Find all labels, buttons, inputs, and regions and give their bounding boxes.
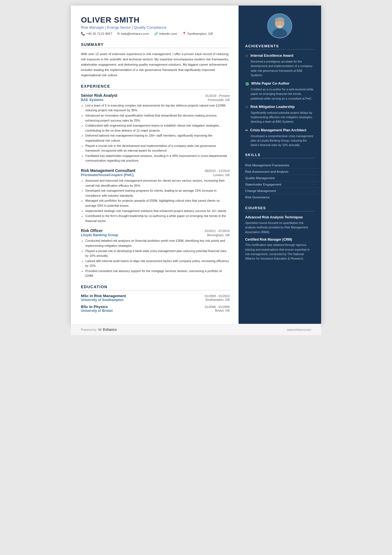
course-2-desc: This certification was obtained through … <box>245 243 314 261</box>
bullet: Introduced an innovative risk quantifica… <box>85 113 230 123</box>
experience-title: EXPERIENCE <box>81 84 230 90</box>
footer: Powered by ∞ Enhancv www.enhancv.com <box>71 324 321 335</box>
job-2-dates: 08/2015 - 12/2018 <box>205 169 230 172</box>
job-1-location: Portsmouth, GB <box>208 98 230 102</box>
candidate-subtitle: Risk Manager | Energy Sector | Quality C… <box>81 25 230 29</box>
phone-contact: 📞 +44 20 7123 4567 <box>81 32 112 36</box>
summary-title: SUMMARY <box>81 42 230 48</box>
linkedin-contact: 🔗 linkedin.com <box>154 32 177 36</box>
svg-point-1 <box>272 28 287 38</box>
course-2-title: Certified Risk Manager (CRM) <box>245 238 314 242</box>
achievement-4-desc: Developed a comprehensive crisis managem… <box>245 134 314 147</box>
job-1-dates: 01/2019 - Present <box>205 94 229 97</box>
job-2-bullets: Assessed and improved risk management pr… <box>81 178 230 223</box>
skill-2: Risk Assessment and Analysis · <box>239 169 321 175</box>
job-2-company: PricewaterhouseCoopers (PwC) <box>81 173 134 177</box>
candidate-name: OLIVER SMITH <box>81 16 230 24</box>
edu-2-location: Bristol, GB <box>215 309 230 313</box>
skills-title: SKILLS <box>245 153 314 158</box>
achievements-section: ACHIEVEMENTS ☆ Internal Excellence Award… <box>239 44 321 147</box>
location-contact: 📍 Southampton, GB <box>182 32 213 36</box>
edu-2-degree: BSc in Physics <box>81 305 108 309</box>
bullet: Provided consistent risk advisory suppor… <box>85 269 230 278</box>
location-icon: 📍 <box>182 32 186 36</box>
bullet: Assessed and improved risk management pr… <box>85 178 230 188</box>
circle-icon: ⬤ <box>245 82 249 86</box>
bullet: Managed risk portfolios for projects upw… <box>85 198 230 208</box>
summary-section: SUMMARY With over 12 years of extensive … <box>81 42 230 78</box>
bullet: Played a pivotal role in developing a ba… <box>85 249 230 258</box>
job-1-bullets: Led a team of 5 in executing complex ris… <box>81 103 230 163</box>
edu-1: MSc in Risk Management 01/2009 - 01/2010… <box>81 294 230 302</box>
linkedin-url: linkedin.com <box>159 32 177 35</box>
achievement-1-title: Internal Excellence Award <box>250 53 293 58</box>
edu-1-dates: 01/2009 - 01/2010 <box>205 294 230 298</box>
education-title: EDUCATION <box>81 285 230 290</box>
job-3: Risk Officer 01/2011 - 07/2015 Lloyds Ba… <box>81 228 230 278</box>
job-2-title: Risk Management Consultant <box>81 168 135 173</box>
skill-3: Quality Management · <box>239 175 321 181</box>
course-1: Advanced Risk Analysis Techniques Specia… <box>239 215 321 234</box>
bullet: Developed risk management training progr… <box>85 188 230 198</box>
location-text: Southampton, GB <box>187 32 213 35</box>
bullet: Facilitated key stakeholder engagement s… <box>85 154 230 163</box>
email-icon: ✉ <box>117 32 120 36</box>
star-icon-1: ☆ <box>245 54 249 58</box>
skills-section: SKILLS Risk Management Frameworks · Risk… <box>239 153 321 200</box>
edu-1-degree: MSc in Risk Management <box>81 294 126 298</box>
job-3-bullets: Conducted detailed risk analyses on fina… <box>81 238 230 278</box>
achievement-3: ☆ Risk Mitigation Leadership Significant… <box>239 105 321 124</box>
achievement-1-desc: Received a prestigious accolade for the … <box>245 59 314 77</box>
right-column: ACHIEVEMENTS ☆ Internal Excellence Award… <box>239 6 321 324</box>
edu-2-dates: 01/2006 - 01/2009 <box>205 305 230 309</box>
edu-2: BSc in Physics 01/2006 - 01/2009 Univers… <box>81 305 230 313</box>
bullet: Delivered tailored risk management train… <box>85 133 230 143</box>
enhancv-logo-icon: ∞ <box>98 327 101 332</box>
link-icon: 🔗 <box>154 32 158 36</box>
phone-icon: 📞 <box>81 32 85 36</box>
avatar <box>267 13 292 38</box>
brand-name: Enhancv <box>103 328 117 332</box>
achievement-3-desc: Significantly reduced potential project … <box>245 110 314 124</box>
job-2: Risk Management Consultant 08/2015 - 12/… <box>81 168 230 223</box>
star-icon-2: ☆ <box>245 105 249 109</box>
footer-website: www.enhancv.com <box>287 328 311 331</box>
summary-text: With over 12 years of extensive experien… <box>81 51 230 78</box>
job-1-title: Senior Risk Analyst <box>81 93 117 98</box>
bullet: Liaised with internal audit teams to ali… <box>85 259 230 268</box>
pencil-icon: ✏ <box>245 128 248 133</box>
job-3-location: Birmingham, GB <box>207 233 230 237</box>
achievement-2-title: White Paper Co-Author <box>251 81 290 86</box>
job-3-company: Lloyds Banking Group <box>81 233 118 237</box>
bullet: Played a crucial role in the development… <box>85 144 230 153</box>
bullet: Led a team of 5 in executing complex ris… <box>85 103 230 113</box>
bullet: Contributed to the firm's thought leader… <box>85 214 230 223</box>
course-1-desc: Specialist course focused on quantitativ… <box>245 221 314 234</box>
courses-section: COURSES Advanced Risk Analysis Technique… <box>239 206 321 261</box>
job-1: Senior Risk Analyst 01/2019 - Present BA… <box>81 93 230 163</box>
avatar-wrapper <box>239 6 321 44</box>
achievement-4-title: Crisis Management Plan Architect <box>250 128 306 132</box>
bullet: Collaborated with engineering and manage… <box>85 123 230 133</box>
edu-2-uni: University of Bristol <box>81 309 113 313</box>
edu-1-uni: University of Southampton <box>81 298 123 302</box>
svg-point-5 <box>277 25 282 28</box>
left-column: OLIVER SMITH Risk Manager | Energy Secto… <box>71 6 239 324</box>
bullet: Implemented strategic risk management so… <box>85 209 230 214</box>
achievement-4: ✏ Crisis Management Plan Architect Devel… <box>239 128 321 147</box>
achievement-2-desc: Credited as a co-author for a well-recei… <box>245 87 314 101</box>
contact-row: 📞 +44 20 7123 4567 ✉ help@enhancv.com 🔗 … <box>81 32 230 36</box>
job-3-dates: 01/2011 - 07/2015 <box>205 229 230 233</box>
education-section: EDUCATION MSc in Risk Management 01/2009… <box>81 285 230 313</box>
job-1-company: BAE Systems <box>81 98 103 102</box>
email-address: help@enhancv.com <box>121 32 149 35</box>
email-contact: ✉ help@enhancv.com <box>117 32 149 36</box>
edu-1-location: Southampton, GB <box>205 298 229 302</box>
course-1-title: Advanced Risk Analysis Techniques <box>245 215 314 220</box>
experience-section: EXPERIENCE Senior Risk Analyst 01/2019 -… <box>81 84 230 278</box>
course-2: Certified Risk Manager (CRM) This certif… <box>239 238 321 261</box>
achievements-title: ACHIEVEMENTS <box>245 44 314 50</box>
courses-title: COURSES <box>245 206 314 211</box>
powered-by-label: Powered by <box>81 328 96 331</box>
achievement-2: ⬤ White Paper Co-Author Credited as a co… <box>239 81 321 101</box>
